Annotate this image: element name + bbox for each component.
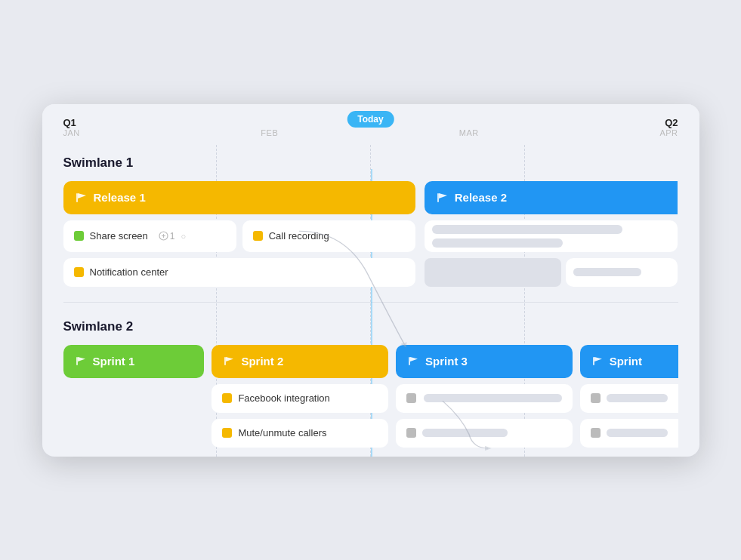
dot-placeholder-3 xyxy=(591,393,601,403)
placeholder-gray-box xyxy=(425,258,561,287)
placeholder-bar-s2 xyxy=(422,429,508,437)
swimlane-divider xyxy=(63,302,678,303)
sprint-3-bar[interactable]: Sprint 3 xyxy=(396,345,573,378)
sprint-1-empty xyxy=(63,384,205,448)
task-call-recording[interactable]: Call recording xyxy=(242,220,415,252)
flag-icon-release1 xyxy=(76,192,88,203)
svg-rect-7 xyxy=(224,357,226,365)
flag-icon-sprint1 xyxy=(76,356,87,366)
task-mute-label: Mute/unmute callers xyxy=(238,427,326,438)
flag-icon-sprint3 xyxy=(408,356,419,366)
swimlane-2-title: Swimlane 2 xyxy=(63,319,678,334)
sprint-2-bar[interactable]: Sprint 2 xyxy=(211,345,388,378)
sprint-4-label: Sprint xyxy=(610,355,642,368)
feb-label: FEB xyxy=(261,128,278,137)
placeholder-task-right xyxy=(566,258,678,287)
svg-rect-0 xyxy=(76,193,78,202)
svg-rect-9 xyxy=(409,357,410,365)
svg-rect-11 xyxy=(593,357,594,365)
release-1-label: Release 1 xyxy=(94,191,146,204)
release-2-bar[interactable]: Release 2 xyxy=(425,181,678,214)
placeholder-sprint3-1 xyxy=(396,384,573,413)
dot-placeholder-4 xyxy=(591,428,601,438)
sprint-4-bar[interactable]: Sprint xyxy=(580,345,678,378)
sprint-3-label: Sprint 3 xyxy=(425,355,468,368)
jan-label: JAN xyxy=(63,128,80,137)
sprint-2-label: Sprint 2 xyxy=(241,355,283,368)
sprint-2-tasks: Facebook integration Mute/unmute callers xyxy=(211,384,388,448)
task-facebook-label: Facebook integration xyxy=(238,392,329,404)
q2-label: Q2 xyxy=(665,118,678,128)
swimlane-1: Swimlane 1 Release 1 Rel xyxy=(42,145,699,296)
swimlane-1-title: Swimlane 1 xyxy=(63,155,678,171)
flag-icon-sprint4 xyxy=(592,356,604,366)
flag-icon-sprint2 xyxy=(224,356,235,366)
svg-marker-6 xyxy=(78,357,85,362)
task-share-screen-label: Share screen xyxy=(90,230,148,242)
placeholder-bar-3 xyxy=(573,268,641,276)
mar-section: MAR xyxy=(459,118,479,137)
q1-section: Q1 JAN xyxy=(63,118,80,137)
placeholder-bar-s4 xyxy=(607,429,668,437)
today-badge: Today xyxy=(347,111,394,128)
sprint-1-label: Sprint 1 xyxy=(93,355,135,368)
sprint-3-placeholders xyxy=(396,384,573,448)
task-mute[interactable]: Mute/unmute callers xyxy=(211,419,388,448)
mar-label: MAR xyxy=(459,128,479,137)
placeholder-bar-s1 xyxy=(424,394,562,402)
svg-marker-3 xyxy=(439,193,447,198)
svg-rect-5 xyxy=(76,357,78,365)
dot-mute xyxy=(222,428,232,438)
q1-label: Q1 xyxy=(63,118,80,128)
sprint-1-bar[interactable]: Sprint 1 xyxy=(63,345,205,378)
task-notification-label: Notification center xyxy=(90,266,168,278)
release-2-label: Release 2 xyxy=(455,191,507,204)
timeline-header: Q1 JAN FEB Today MAR Q2 APR xyxy=(42,104,699,137)
release-1-bar[interactable]: Release 1 xyxy=(63,181,415,214)
dot-facebook xyxy=(222,393,232,403)
dot-share-screen xyxy=(74,231,84,241)
feb-section: FEB xyxy=(261,118,278,137)
gantt-body: Swimlane 1 Release 1 Rel xyxy=(42,145,699,457)
dot-placeholder-2 xyxy=(406,428,416,438)
task-facebook[interactable]: Facebook integration xyxy=(211,384,388,413)
link-count: 1 xyxy=(170,231,175,242)
placeholder-bar-s3 xyxy=(607,394,668,402)
svg-marker-8 xyxy=(226,357,233,362)
svg-marker-12 xyxy=(594,357,602,362)
flag-icon-release2 xyxy=(437,192,449,203)
svg-rect-2 xyxy=(437,193,439,202)
link-icon: 1 xyxy=(159,231,175,242)
task-share-screen[interactable]: Share screen 1 ○ xyxy=(63,220,236,252)
q2-section: Q2 APR xyxy=(659,118,678,137)
placeholder-bar-1 xyxy=(432,225,623,234)
apr-label: APR xyxy=(659,128,678,137)
link-marker: ○ xyxy=(181,232,187,241)
gantt-chart: Q1 JAN FEB Today MAR Q2 APR xyxy=(42,104,699,457)
svg-marker-1 xyxy=(78,193,86,198)
sprint-4-placeholders xyxy=(580,384,678,448)
swimlane-2: Swimlane 2 Sprint 1 Spri xyxy=(42,309,699,457)
dot-notification xyxy=(74,267,84,277)
placeholder-bar-2 xyxy=(432,238,563,248)
today-container: Today xyxy=(347,112,394,125)
svg-marker-10 xyxy=(410,357,418,362)
dot-placeholder-1 xyxy=(406,393,416,403)
dot-call-recording xyxy=(253,231,263,241)
task-notification-center[interactable]: Notification center xyxy=(63,258,415,287)
task-call-recording-label: Call recording xyxy=(269,230,329,242)
